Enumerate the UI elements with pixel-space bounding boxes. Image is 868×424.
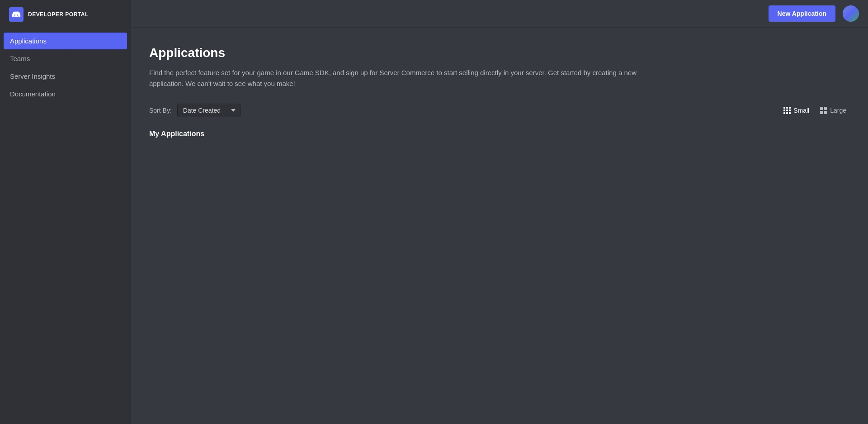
sidebar: DEVELOPER PORTAL Applications Teams Serv…: [0, 0, 131, 424]
sidebar-item-server-insights[interactable]: Server Insights: [4, 68, 127, 85]
my-applications-title: My Applications: [149, 130, 850, 138]
logo-area: DEVELOPER PORTAL: [0, 0, 131, 29]
page-content: Applications Find the perfect feature se…: [131, 28, 868, 424]
grid-dot-1: [783, 107, 785, 109]
page-title: Applications: [149, 46, 850, 60]
sidebar-item-server-insights-label: Server Insights: [10, 72, 55, 80]
my-applications-section: My Applications: [149, 130, 850, 138]
view-toggle: Small Large: [780, 105, 850, 116]
grid-dot-2: [786, 107, 788, 109]
sidebar-item-applications[interactable]: Applications: [4, 33, 127, 49]
new-application-button[interactable]: New Application: [769, 5, 835, 22]
avatar-image: [843, 5, 859, 22]
grid-dot-7: [783, 112, 785, 114]
sort-by-select[interactable]: Date Created Name: [177, 104, 241, 117]
grid-dot-8: [786, 112, 788, 114]
grid-dot-4: [783, 110, 785, 111]
sidebar-item-teams-label: Teams: [10, 55, 30, 62]
view-small-label: Small: [793, 107, 809, 114]
view-large-label: Large: [830, 107, 846, 114]
large-grid-dot-1: [820, 107, 823, 110]
filter-bar: Sort By: Date Created Name: [149, 104, 850, 117]
large-grid-icon: [820, 107, 827, 114]
sidebar-item-applications-label: Applications: [10, 37, 47, 45]
view-large-button[interactable]: Large: [816, 105, 850, 116]
large-grid-dot-2: [824, 107, 827, 110]
grid-dot-3: [789, 107, 791, 109]
grid-dot-9: [789, 112, 791, 114]
sort-by-container: Sort By: Date Created Name: [149, 104, 241, 117]
sidebar-nav: Applications Teams Server Insights Docum…: [0, 33, 131, 103]
sidebar-item-documentation-label: Documentation: [10, 90, 56, 98]
main-content: New Application Applications Find the pe…: [131, 0, 868, 424]
avatar[interactable]: [843, 5, 859, 22]
large-grid-dot-3: [820, 111, 823, 114]
sidebar-item-teams[interactable]: Teams: [4, 50, 127, 67]
discord-logo-icon: [9, 7, 24, 22]
sort-by-label: Sort By:: [149, 107, 172, 114]
large-grid-dot-4: [824, 111, 827, 114]
grid-dot-5: [786, 110, 788, 111]
grid-dot-6: [789, 110, 791, 111]
sidebar-item-documentation[interactable]: Documentation: [4, 86, 127, 102]
small-grid-icon: [783, 107, 791, 114]
logo-text: DEVELOPER PORTAL: [28, 11, 89, 18]
top-bar: New Application: [131, 0, 868, 28]
page-description: Find the perfect feature set for your ga…: [149, 67, 646, 89]
view-small-button[interactable]: Small: [780, 105, 813, 116]
